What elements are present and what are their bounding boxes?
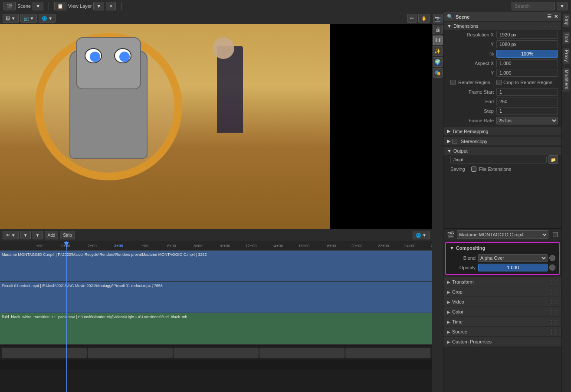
- modifiers-tab[interactable]: Modifiers: [563, 68, 570, 91]
- output-path-browse[interactable]: 📁: [548, 155, 558, 164]
- blend-select[interactable]: Alpha Over Replace Add Multiply: [478, 254, 548, 262]
- frame-rate-select[interactable]: 25 fps 24 fps 30 fps: [496, 117, 558, 124]
- aspect-y-value[interactable]: 1.000: [496, 69, 558, 77]
- blend-label: Blend: [450, 255, 476, 261]
- source-dots[interactable]: ⋮⋮: [549, 330, 558, 334]
- particles-icon[interactable]: ✨: [433, 46, 443, 56]
- time-dots[interactable]: ⋮⋮: [549, 320, 558, 324]
- proxy-tab[interactable]: Proxy: [563, 48, 570, 64]
- time-remapping-arrow: ▶: [447, 128, 450, 134]
- frame-step-value[interactable]: 1: [496, 107, 558, 115]
- tl-select-btn[interactable]: ▼: [20, 231, 31, 239]
- file-extensions-checkbox[interactable]: [471, 167, 476, 172]
- timeline-ruler: +00 0+00 2+00 3+05 +00 6+00 8+00 10+00 1…: [0, 241, 432, 251]
- tl-marker-btn[interactable]: ▼: [33, 231, 43, 239]
- stereoscopy-arrow: ▶: [447, 138, 450, 144]
- frame-rate-label: Frame Rate: [450, 118, 494, 123]
- dimensions-menu[interactable]: ⋮⋮: [539, 24, 548, 29]
- blend-row: Blend Alpha Over Replace Add Multiply: [448, 253, 557, 263]
- ruler-mark-6: 8+00: [185, 244, 211, 248]
- tl-add-btn[interactable]: Add: [45, 231, 59, 239]
- output-section: ▼ Output /tmp\ 📁 Saving File Extensions: [443, 146, 561, 175]
- seq-strip-select[interactable]: Madame MONTAGGIO C.mp4: [457, 230, 548, 239]
- output-path-value[interactable]: /tmp\: [450, 156, 547, 163]
- video-header[interactable]: ▶ Video ⋮⋮: [443, 297, 561, 307]
- tl-globe-btn[interactable]: 🌐 ▼: [413, 231, 430, 239]
- time-arrow: ▶: [447, 320, 450, 324]
- source-header[interactable]: ▶ Source ⋮⋮: [443, 327, 561, 336]
- seq-header: 🎬 Madame MONTAGGIO C.mp4: [443, 229, 561, 240]
- frame-step-label: Step: [450, 108, 494, 114]
- frame-step-row: Step 1: [443, 106, 561, 116]
- opacity-dot[interactable]: [549, 265, 555, 271]
- props-upper: 🔍 Scene ☰ ✕ ▼ Dimensions ⋮⋮ ⋮⋮ Resolutio…: [443, 12, 561, 229]
- track-bottom-area: [0, 344, 432, 370]
- resolution-x-value[interactable]: 1920 px: [496, 31, 558, 39]
- color-header[interactable]: ▶ Color ⋮⋮: [443, 307, 561, 317]
- transform-section: ▶ Transform ⋮⋮: [443, 277, 561, 287]
- view-layer-close[interactable]: ✕: [106, 2, 116, 10]
- props-header-menu[interactable]: ☰: [547, 14, 551, 20]
- vp-pan-btn[interactable]: ✋: [418, 14, 430, 23]
- right-content: 🔍 Scene ☰ ✕ ▼ Dimensions ⋮⋮ ⋮⋮ Resolutio…: [443, 12, 561, 392]
- comp-arrow: ▼: [450, 245, 454, 251]
- vp-overlay-btn[interactable]: 🌐 ▼: [39, 14, 56, 23]
- transform-header[interactable]: ▶ Transform ⋮⋮: [443, 277, 561, 287]
- stereoscopy-label: Stereoscopy: [461, 139, 487, 144]
- blend-dot[interactable]: [549, 255, 555, 261]
- ruler-mark-9: 14+00: [264, 244, 291, 248]
- tool-tab[interactable]: Tool: [563, 32, 570, 44]
- view-layer-icon-btn[interactable]: 📋: [54, 2, 66, 10]
- percent-value[interactable]: 100%: [496, 50, 558, 58]
- strip-tab[interactable]: Strip: [563, 14, 570, 27]
- world-icon[interactable]: 🌍: [433, 57, 443, 67]
- video-dots[interactable]: ⋮⋮: [549, 300, 558, 304]
- output-icon[interactable]: 🖨: [433, 25, 443, 34]
- resolution-y-value[interactable]: 1080 px: [496, 40, 558, 48]
- opacity-value[interactable]: 1.000: [478, 264, 548, 271]
- track-1[interactable]: Madame MONTAGGIO C.mp4 | F:\2020\Maicol …: [0, 251, 432, 282]
- track-3[interactable]: fluid_black_white_transition_11_pack.mov…: [0, 313, 432, 344]
- tl-strip-btn[interactable]: Strip: [60, 231, 75, 239]
- ruler-mark-5: 6+00: [158, 244, 185, 248]
- time-remapping-header[interactable]: ▶ Time Remapping: [443, 127, 561, 135]
- track-2[interactable]: Piccoli 01 reduct.mp4 | E:\Josh\2021\VAC…: [0, 282, 432, 313]
- tl-view-btn[interactable]: 👁 ▼: [3, 231, 19, 239]
- view-layer-dropdown[interactable]: ▼: [93, 2, 104, 10]
- crop-to-render-checkbox[interactable]: [496, 80, 502, 85]
- right-panel-container: 📷 🖨 🎞 ✨ 🌍 🎭 🔍 Scene ☰ ✕ ▼: [432, 12, 571, 392]
- icons-panel: 📷 🖨 🎞 ✨ 🌍 🎭: [432, 12, 443, 392]
- render-region-checkbox[interactable]: [450, 80, 456, 85]
- frame-start-value[interactable]: 1: [496, 88, 558, 96]
- custom-props-header[interactable]: ▶ Custom Properties: [443, 337, 561, 346]
- aspect-x-value[interactable]: 1.000: [496, 59, 558, 67]
- stereoscopy-header[interactable]: ▶ Stereoscopy: [443, 137, 561, 145]
- props-lower: 🎬 Madame MONTAGGIO C.mp4 ▼ Compositing B…: [443, 229, 561, 392]
- render-icon[interactable]: 📷: [433, 14, 443, 23]
- time-header[interactable]: ▶ Time ⋮⋮: [443, 317, 561, 327]
- render-settings-icon[interactable]: 🎞: [433, 36, 443, 45]
- scene-icon-btn[interactable]: 🎬: [3, 2, 16, 10]
- seq-checkbox[interactable]: [553, 232, 558, 237]
- scene-dropdown[interactable]: ▼: [33, 2, 43, 10]
- color-dots[interactable]: ⋮⋮: [549, 310, 558, 314]
- search-input[interactable]: [512, 2, 555, 10]
- vp-annotate-btn[interactable]: ✏: [407, 14, 417, 23]
- transform-dots[interactable]: ⋮⋮: [549, 280, 558, 284]
- dimensions-header[interactable]: ▼ Dimensions ⋮⋮ ⋮⋮: [443, 22, 561, 30]
- props-header-close[interactable]: ✕: [554, 14, 558, 20]
- crop-header[interactable]: ▶ Crop ⋮⋮: [443, 287, 561, 297]
- opacity-row: Opacity 1.000: [448, 263, 557, 272]
- frame-end-value[interactable]: 250: [496, 98, 558, 105]
- search-btn[interactable]: ▼: [557, 2, 568, 10]
- crop-dots[interactable]: ⋮⋮: [549, 290, 558, 294]
- dimensions-extra[interactable]: ⋮⋮: [549, 24, 558, 29]
- output-header[interactable]: ▼ Output: [443, 147, 561, 155]
- dimensions-arrow: ▼: [447, 23, 452, 29]
- stereoscopy-checkbox[interactable]: [452, 139, 457, 144]
- vp-image-btn[interactable]: 🖼 ▼: [3, 14, 19, 23]
- scene-props-icon[interactable]: 🎭: [433, 68, 443, 78]
- ruler-mark-2: 2+00: [79, 244, 105, 248]
- vp-channels-btn[interactable]: 📺 ▼: [20, 14, 37, 23]
- time-remapping-section: ▶ Time Remapping: [443, 126, 561, 136]
